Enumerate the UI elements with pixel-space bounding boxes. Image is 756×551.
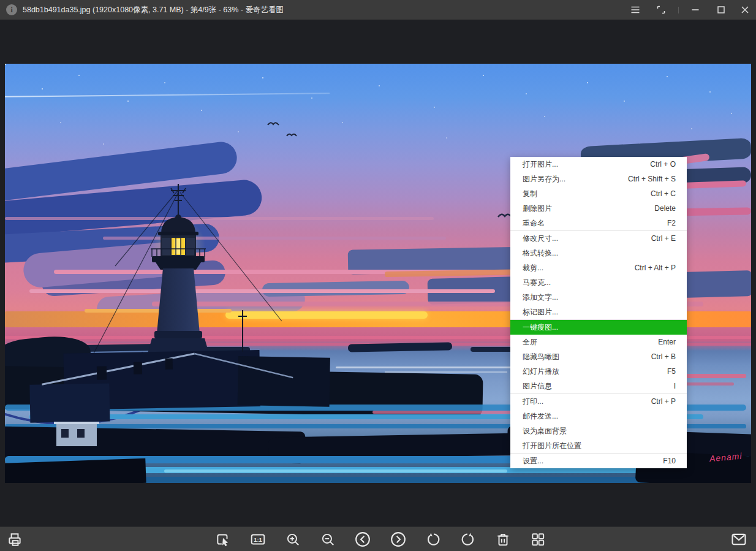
menu-item-hide-birdview[interactable]: 隐藏鸟瞰图Ctrl + B (510, 349, 687, 364)
menu-item-shortcut: Enter (643, 338, 676, 346)
menu-item-shortcut: Ctrl + E (637, 234, 676, 243)
bird-icon (498, 215, 512, 217)
menu-item-image-info[interactable]: 图片信息I (510, 379, 687, 393)
menu-item-shortcut: Ctrl + P (637, 397, 676, 406)
next-image-icon[interactable] (388, 530, 408, 549)
bird-icon (287, 134, 297, 136)
menu-item-save-as[interactable]: 图片另存为...Ctrl + Shift + S (510, 172, 687, 186)
menu-item-label: 修改尺寸... (523, 234, 558, 244)
window-title: 58db1b491da35.jpg (1920x1080像素, 3.71 MB)… (23, 5, 284, 15)
menu-item-shortcut: Ctrl + Shift + S (613, 175, 676, 183)
titlebar-divider (674, 0, 682, 20)
menu-item-copy[interactable]: 复制Ctrl + C (510, 186, 687, 201)
menu-item-shortcut: Ctrl + B (637, 352, 676, 361)
menu-item-label: 添加文字... (523, 292, 558, 303)
menu-item-label: 一键瘦图... (523, 322, 558, 333)
menu-item-shortcut: F10 (648, 457, 676, 465)
menu-item-label: 裁剪... (523, 263, 543, 273)
menu-icon[interactable] (622, 0, 648, 20)
toolbar-center-cluster: 1:1 (213, 527, 548, 551)
titlebar: i 58db1b491da35.jpg (1920x1080像素, 3.71 M… (0, 0, 756, 20)
menu-item-label: 设置... (523, 456, 543, 466)
image-viewer-window: i 58db1b491da35.jpg (1920x1080像素, 3.71 M… (0, 0, 756, 551)
menu-item-resize[interactable]: 修改尺寸...Ctrl + E (510, 231, 687, 246)
svg-text:1:1: 1:1 (254, 536, 262, 542)
menu-item-slideshow[interactable]: 幻灯片播放F5 (510, 364, 687, 379)
menu-item-label: 打开图片所在位置 (523, 441, 581, 451)
menu-item-shortcut: Ctrl + C (636, 189, 676, 198)
menu-item-label: 复制 (523, 189, 537, 199)
menu-item-label: 删除图片 (523, 203, 552, 214)
menu-item-convert-format[interactable]: 格式转换... (510, 246, 687, 260)
menu-item-label: 全屏 (523, 337, 537, 348)
menu-item-delete[interactable]: 删除图片Delete (510, 201, 687, 216)
menu-item-label: 打开图片... (523, 159, 558, 170)
menu-item-fullscreen[interactable]: 全屏Enter (510, 335, 687, 349)
menu-item-mosaic[interactable]: 马赛克... (510, 275, 687, 290)
menu-item-compress-image[interactable]: 一键瘦图... (510, 320, 687, 335)
menu-item-shortcut: Delete (640, 204, 676, 213)
delete-icon[interactable] (493, 530, 513, 549)
select-cursor-icon[interactable] (213, 530, 233, 549)
menu-item-shortcut: Ctrl + Alt + P (620, 264, 676, 272)
menu-item-label: 隐藏鸟瞰图 (523, 352, 559, 362)
close-icon[interactable] (734, 0, 756, 20)
menu-item-label: 标记图片... (523, 307, 558, 317)
menu-item-label: 打印... (523, 397, 543, 407)
thumbnail-grid-icon[interactable] (528, 530, 548, 549)
menu-item-open[interactable]: 打开图片...Ctrl + O (510, 157, 687, 172)
menu-item-shortcut: F5 (652, 367, 676, 376)
menu-item-crop[interactable]: 裁剪...Ctrl + Alt + P (510, 260, 687, 275)
zoom-out-icon[interactable] (318, 530, 338, 549)
menu-item-label: 设为桌面背景 (523, 426, 567, 436)
minimize-icon[interactable] (682, 0, 708, 20)
rotate-right-icon[interactable] (458, 530, 478, 549)
menu-item-rename[interactable]: 重命名F2 (510, 216, 687, 230)
menu-item-label: 图片信息 (523, 381, 552, 392)
menu-item-print[interactable]: 打印...Ctrl + P (510, 394, 687, 409)
menu-item-send-email[interactable]: 邮件发送... (510, 409, 687, 424)
menu-item-shortcut: Ctrl + O (635, 160, 676, 169)
context-menu: 打开图片...Ctrl + O 图片另存为...Ctrl + Shift + S… (510, 157, 687, 468)
info-icon: i (6, 4, 17, 15)
menu-item-open-location[interactable]: 打开图片所在位置 (510, 438, 687, 453)
previous-image-icon[interactable] (353, 530, 372, 549)
maximize-icon[interactable] (708, 0, 734, 20)
menu-item-annotate[interactable]: 标记图片... (510, 305, 687, 319)
bird-icon (268, 123, 279, 125)
actual-size-icon[interactable]: 1:1 (248, 530, 268, 549)
zoom-in-icon[interactable] (283, 530, 303, 549)
rotate-left-icon[interactable] (423, 530, 443, 549)
fullscreen-icon[interactable] (648, 0, 674, 20)
menu-item-set-wallpaper[interactable]: 设为桌面背景 (510, 424, 687, 438)
menu-item-label: 马赛克... (523, 278, 551, 288)
menu-item-label: 重命名 (523, 218, 545, 229)
menu-item-label: 格式转换... (523, 248, 558, 259)
mail-icon[interactable] (729, 530, 749, 549)
menu-item-settings[interactable]: 设置...F10 (510, 454, 687, 468)
menu-item-shortcut: F2 (652, 219, 676, 227)
menu-item-label: 幻灯片播放 (523, 367, 559, 377)
menu-item-label: 图片另存为... (523, 174, 565, 184)
menu-item-add-text[interactable]: 添加文字... (510, 290, 687, 305)
menu-item-label: 邮件发送... (523, 411, 558, 422)
menu-item-shortcut: I (659, 382, 676, 390)
print-icon[interactable] (5, 530, 25, 549)
toolbar: 1:1 (0, 526, 756, 551)
